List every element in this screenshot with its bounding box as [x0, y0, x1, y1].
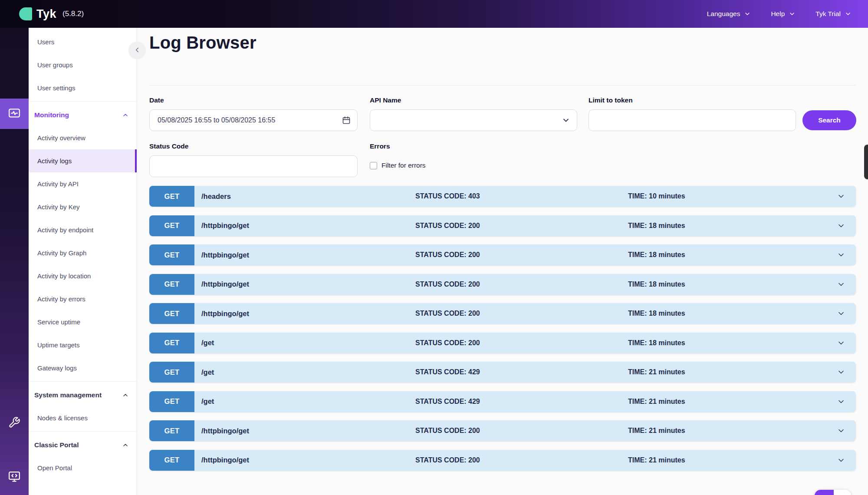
brand[interactable]: Tyk (5.8.2): [19, 7, 84, 21]
sidebar-item-activity-by-key[interactable]: Activity by Key: [29, 195, 137, 218]
rail-portal-item[interactable]: [0, 462, 29, 492]
right-edge-widget[interactable]: [864, 145, 868, 179]
chevron-down-icon: [837, 280, 845, 289]
sidebar-collapse-button[interactable]: [128, 42, 146, 59]
chevron-down-icon: [789, 10, 796, 17]
sidebar-item-users[interactable]: Users: [29, 30, 137, 53]
chevron-left-icon: [133, 46, 141, 55]
sidebar-item-label: Nodes & licenses: [37, 414, 88, 422]
sidebar-divider: [29, 431, 137, 432]
fab-right-segment: [834, 490, 851, 495]
rail-system-item[interactable]: [0, 408, 29, 439]
log-time: TIME: 18 minutes: [628, 244, 685, 265]
log-row[interactable]: GET /httpbingo/get STATUS CODE: 200 TIME…: [149, 215, 856, 236]
log-time: TIME: 21 minutes: [628, 391, 685, 412]
sidebar-section-system-management[interactable]: System management: [29, 383, 137, 406]
page-title: Log Browser: [149, 33, 256, 53]
sidebar-item-user-settings[interactable]: User settings: [29, 76, 137, 99]
log-time: TIME: 18 minutes: [628, 274, 685, 295]
filter-errors-row: Filter for errors: [370, 162, 426, 169]
sidebar: Users User groups User settings Monitori…: [29, 28, 137, 495]
calendar-icon[interactable]: [342, 116, 351, 125]
chevron-down-icon: [837, 309, 845, 318]
sidebar-item-label: Uptime targets: [37, 341, 80, 349]
sidebar-item-gateway-logs[interactable]: Gateway logs: [29, 356, 137, 380]
log-row[interactable]: GET /httpbingo/get STATUS CODE: 200 TIME…: [149, 244, 856, 265]
section-label: Monitoring: [34, 111, 69, 119]
chevron-down-icon: [837, 456, 845, 465]
log-status-code: STATUS CODE: 200: [415, 450, 480, 471]
log-row[interactable]: GET /headers STATUS CODE: 403 TIME: 10 m…: [149, 186, 856, 207]
sidebar-item-label: Activity by API: [37, 180, 79, 188]
sidebar-item-activity-by-endpoint[interactable]: Activity by endpoint: [29, 218, 137, 241]
languages-menu[interactable]: Languages: [707, 10, 751, 18]
account-menu[interactable]: Tyk Trial: [815, 10, 852, 18]
sidebar-item-label: User groups: [37, 61, 73, 69]
log-status-code: STATUS CODE: 429: [415, 391, 480, 412]
log-path: /httpbingo/get: [201, 244, 249, 265]
sidebar-item-activity-by-graph[interactable]: Activity by Graph: [29, 241, 137, 264]
help-menu-label: Help: [771, 10, 785, 18]
log-time: TIME: 21 minutes: [628, 450, 685, 471]
log-path: /get: [201, 391, 214, 412]
topnav: Languages Help Tyk Trial: [707, 10, 852, 18]
sidebar-divider: [29, 101, 137, 102]
sidebar-section-monitoring[interactable]: Monitoring: [29, 103, 137, 126]
log-time: TIME: 21 minutes: [628, 362, 685, 383]
sidebar-item-open-portal[interactable]: Open Portal: [29, 456, 137, 479]
log-path: /httpbingo/get: [201, 274, 249, 295]
sidebar-item-service-uptime[interactable]: Service uptime: [29, 310, 137, 333]
log-time: TIME: 10 minutes: [628, 186, 685, 207]
sidebar-item-label: Gateway logs: [37, 364, 77, 372]
account-menu-label: Tyk Trial: [815, 10, 841, 18]
help-menu[interactable]: Help: [771, 10, 796, 18]
sidebar-item-label: Activity by endpoint: [37, 226, 93, 234]
sidebar-item-activity-logs[interactable]: Activity logs: [29, 149, 137, 172]
status-code-label: Status Code: [149, 142, 188, 150]
sidebar-item-uptime-targets[interactable]: Uptime targets: [29, 333, 137, 356]
log-row[interactable]: GET /get STATUS CODE: 200 TIME: 18 minut…: [149, 333, 856, 353]
api-name-select[interactable]: [370, 109, 577, 131]
floating-action-button[interactable]: [815, 490, 851, 495]
rail-monitoring-item[interactable]: [0, 99, 29, 129]
activity-monitor-icon: [7, 106, 22, 121]
logo-text: Tyk: [36, 7, 56, 21]
chevron-down-icon: [562, 116, 570, 125]
log-row[interactable]: GET /httpbingo/get STATUS CODE: 200 TIME…: [149, 420, 856, 441]
log-row[interactable]: GET /httpbingo/get STATUS CODE: 200 TIME…: [149, 303, 856, 324]
log-row[interactable]: GET /httpbingo/get STATUS CODE: 200 TIME…: [149, 450, 856, 471]
main-content: Log Browser Date API Name Limit to token…: [137, 28, 868, 495]
limit-to-token-input[interactable]: [589, 109, 796, 131]
sidebar-item-nodes-licenses[interactable]: Nodes & licenses: [29, 406, 137, 429]
sidebar-item-label: Activity by location: [37, 272, 91, 280]
section-label: Classic Portal: [34, 441, 79, 449]
sidebar-item-activity-overview[interactable]: Activity overview: [29, 126, 137, 149]
log-status-code: STATUS CODE: 429: [415, 362, 480, 383]
status-code-input[interactable]: [149, 155, 358, 177]
date-range-input[interactable]: [149, 109, 358, 131]
log-status-code: STATUS CODE: 200: [415, 303, 480, 324]
wrench-icon: [8, 416, 20, 430]
log-path: /httpbingo/get: [201, 215, 249, 236]
log-row[interactable]: GET /get STATUS CODE: 429 TIME: 21 minut…: [149, 362, 856, 383]
log-path: /get: [201, 362, 214, 383]
log-row[interactable]: GET /httpbingo/get STATUS CODE: 200 TIME…: [149, 274, 856, 295]
log-status-code: STATUS CODE: 200: [415, 215, 480, 236]
log-status-code: STATUS CODE: 200: [415, 420, 480, 441]
sidebar-section-classic-portal[interactable]: Classic Portal: [29, 433, 137, 456]
section-label: System management: [34, 391, 102, 399]
sidebar-item-activity-by-errors[interactable]: Activity by errors: [29, 287, 137, 310]
log-row[interactable]: GET /get STATUS CODE: 429 TIME: 21 minut…: [149, 391, 856, 412]
sidebar-item-activity-by-location[interactable]: Activity by location: [29, 264, 137, 287]
search-button[interactable]: Search: [802, 110, 856, 130]
chevron-down-icon: [837, 221, 845, 230]
filter-errors-checkbox[interactable]: [370, 162, 377, 169]
chevron-up-icon: [122, 112, 129, 119]
log-status-code: STATUS CODE: 403: [415, 186, 480, 207]
sidebar-item-activity-by-api[interactable]: Activity by API: [29, 172, 137, 195]
sidebar-item-label: Activity by errors: [37, 295, 85, 303]
log-time: TIME: 18 minutes: [628, 303, 685, 324]
sidebar-item-user-groups[interactable]: User groups: [29, 53, 137, 76]
http-method-badge: GET: [149, 244, 194, 265]
chevron-down-icon: [837, 426, 845, 435]
